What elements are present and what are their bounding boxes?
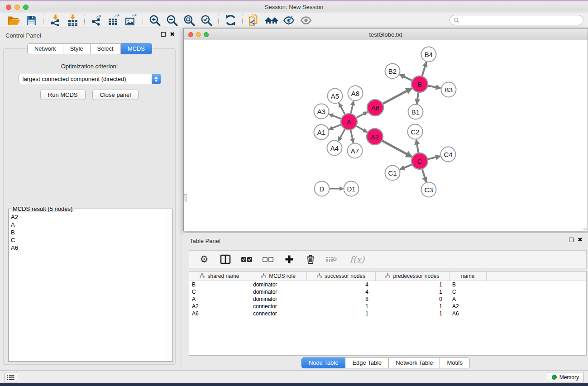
tab-node-table[interactable]: Node Table xyxy=(301,357,346,368)
graph-node-A3[interactable]: A3 xyxy=(314,104,329,119)
function-builder-icon[interactable]: f(x) xyxy=(347,253,367,266)
table-cell[interactable]: C xyxy=(449,288,487,295)
graph-node-B[interactable]: B xyxy=(411,76,428,92)
import-table-icon[interactable] xyxy=(64,14,81,27)
table-cell[interactable]: 1 xyxy=(307,303,376,310)
resize-grip-icon[interactable] xyxy=(581,224,587,230)
zoom-fit-icon[interactable] xyxy=(181,14,198,27)
graph-node-A7[interactable]: A7 xyxy=(348,143,363,158)
select-all-checkboxes-icon[interactable] xyxy=(241,253,253,266)
zoom-selected-icon[interactable] xyxy=(198,14,215,27)
graph-edge-C-C1[interactable] xyxy=(400,165,412,170)
zoom-in-icon[interactable] xyxy=(146,14,163,27)
mcds-result-item[interactable]: B xyxy=(9,229,166,237)
eye-icon[interactable] xyxy=(297,14,315,27)
table-cell[interactable]: 1 xyxy=(376,303,449,310)
tab-network[interactable]: Network xyxy=(27,43,63,54)
table-cell[interactable]: 1 xyxy=(376,310,449,317)
table-cell[interactable]: 4 xyxy=(307,288,376,295)
column-header-shared-name[interactable]: shared name xyxy=(189,272,250,281)
close-panel-icon[interactable]: ✖ xyxy=(170,32,175,37)
close-table-panel-icon[interactable]: ✖ xyxy=(578,238,583,242)
refresh-icon[interactable] xyxy=(222,14,239,27)
graph-edge-C-C2[interactable] xyxy=(416,140,418,152)
graph-edge-B-B2[interactable] xyxy=(400,75,412,81)
column-header-predecessor-nodes[interactable]: predecessor nodes xyxy=(376,272,449,281)
table-cell[interactable]: B xyxy=(449,281,487,288)
graph-node-B2[interactable]: B2 xyxy=(385,64,400,79)
tab-edge-table[interactable]: Edge Table xyxy=(345,357,389,368)
graph-edge-A-A6[interactable] xyxy=(357,112,368,118)
graph-node-B1[interactable]: B1 xyxy=(408,105,423,119)
float-panel-icon[interactable] xyxy=(161,32,166,37)
column-header-MCDS-role[interactable]: MCDS role xyxy=(250,272,307,281)
graph-edge-A-A7[interactable] xyxy=(351,130,354,143)
table-cell[interactable]: 1 xyxy=(376,281,449,288)
graph-node-C4[interactable]: C4 xyxy=(441,147,456,162)
graph-node-A[interactable]: A xyxy=(341,114,357,130)
table-cell[interactable]: A2 xyxy=(449,303,487,310)
graph-node-C[interactable]: C xyxy=(411,153,428,169)
graph-edge-B-B4[interactable] xyxy=(422,62,426,76)
node-table[interactable]: shared nameMCDS rolesuccessor nodesprede… xyxy=(189,271,587,356)
graph-node-A8[interactable]: A8 xyxy=(348,86,363,101)
splitter-handle[interactable] xyxy=(184,194,186,202)
table-cell[interactable]: 4 xyxy=(307,281,376,288)
table-row[interactable]: A6connector11A6 xyxy=(189,310,586,317)
graph-node-A5[interactable]: A5 xyxy=(328,89,343,104)
graph-node-B4[interactable]: B4 xyxy=(421,47,436,62)
tab-motifs[interactable]: Motifs xyxy=(440,357,470,368)
tab-select[interactable]: Select xyxy=(91,43,121,54)
graph-node-B3[interactable]: B3 xyxy=(441,82,456,97)
table-cell[interactable]: dominator xyxy=(250,288,307,295)
table-row[interactable]: A2connector11A2 xyxy=(189,303,586,310)
graph-node-C1[interactable]: C1 xyxy=(385,166,400,181)
search-field[interactable] xyxy=(449,15,583,25)
graph-edge-A-A2[interactable] xyxy=(356,126,367,133)
table-cell[interactable]: A xyxy=(449,295,487,303)
delete-table-icon[interactable] xyxy=(326,253,338,266)
graph-edge-A-A1[interactable] xyxy=(329,125,341,129)
graph-node-C2[interactable]: C2 xyxy=(408,124,423,139)
graph-node-C3[interactable]: C3 xyxy=(421,182,436,197)
table-row[interactable]: Adominator80A xyxy=(189,295,586,303)
table-cell[interactable]: 1 xyxy=(376,288,449,295)
run-mcds-button[interactable]: Run MCDS xyxy=(40,90,86,100)
table-cell[interactable]: dominator xyxy=(250,281,307,288)
mcds-result-item[interactable]: A2 xyxy=(9,214,166,221)
table-cell[interactable]: A2 xyxy=(189,303,250,310)
mcds-result-item[interactable]: C xyxy=(9,237,166,244)
mcds-result-list[interactable]: A2ABCA6 xyxy=(9,214,166,361)
table-cell[interactable]: A6 xyxy=(449,310,487,317)
tab-mcds[interactable]: MCDS xyxy=(121,43,152,54)
table-cell[interactable]: B xyxy=(189,281,250,288)
graph-edge-A6-B[interactable] xyxy=(383,88,412,104)
export-table-icon[interactable] xyxy=(105,14,122,27)
eye-slash-icon[interactable] xyxy=(280,14,297,27)
table-cell[interactable]: 8 xyxy=(307,295,376,303)
table-cell[interactable]: 1 xyxy=(307,310,376,317)
task-history-button[interactable] xyxy=(5,372,17,382)
table-row[interactable]: Cdominator41C xyxy=(189,288,586,295)
home-icon[interactable] xyxy=(263,14,280,27)
floppy-save-icon[interactable] xyxy=(23,14,40,27)
graph-node-A1[interactable]: A1 xyxy=(314,125,329,140)
duplicate-network-icon[interactable] xyxy=(246,14,263,27)
export-network-icon[interactable] xyxy=(88,14,105,27)
add-column-icon[interactable] xyxy=(283,253,295,266)
column-header-name[interactable]: name xyxy=(449,272,487,281)
zoom-out-icon[interactable] xyxy=(163,14,181,27)
table-cell[interactable]: connector xyxy=(250,310,307,317)
graph-edge-B-B3[interactable] xyxy=(428,86,441,88)
trash-icon[interactable] xyxy=(305,253,316,266)
memory-button[interactable]: Memory xyxy=(547,372,584,382)
gear-icon[interactable]: ⚙ xyxy=(198,253,210,266)
table-cell[interactable]: C xyxy=(189,288,250,295)
network-canvas[interactable]: B4B2BB3A8A5A6A3B1AA1C2A2A4A7C4CC1DD1C3 xyxy=(184,40,588,231)
folder-open-icon[interactable] xyxy=(5,14,23,27)
table-cell[interactable]: A xyxy=(189,295,250,303)
mcds-result-item[interactable]: A xyxy=(9,221,166,229)
search-input[interactable] xyxy=(459,17,573,24)
table-cell[interactable]: 0 xyxy=(376,295,449,303)
graph-edge-A-A5[interactable] xyxy=(339,103,345,114)
